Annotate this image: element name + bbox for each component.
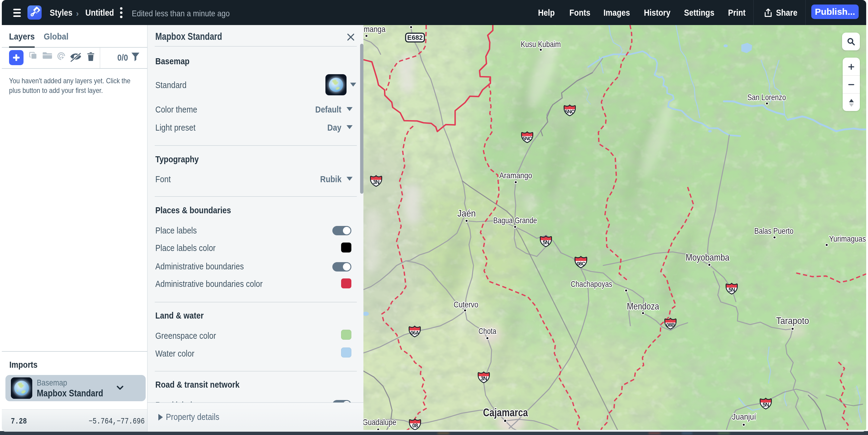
svg-text:Guadalupe: Guadalupe — [364, 417, 396, 427]
svg-text:08: 08 — [412, 423, 418, 429]
svg-text:06A: 06A — [410, 330, 419, 336]
svg-text:5N: 5N — [542, 240, 549, 246]
svg-text:Mendoza: Mendoza — [627, 301, 659, 312]
svg-text:Balas Puerto: Balas Puerto — [754, 226, 794, 236]
svg-text:08C: 08C — [577, 261, 585, 267]
svg-text:Chachapoyas: Chachapoyas — [570, 279, 612, 289]
svg-text:Cutervo: Cutervo — [454, 300, 478, 309]
svg-text:Cajamarca: Cajamarca — [483, 406, 528, 419]
svg-text:5NC: 5NC — [565, 109, 575, 115]
svg-text:08B: 08B — [666, 322, 675, 328]
svg-text:5N: 5N — [728, 287, 735, 293]
svg-text:Moyobamba: Moyobamba — [686, 252, 730, 263]
svg-text:5N: 5N — [763, 402, 769, 408]
svg-text:Bagua Grande: Bagua Grande — [493, 216, 537, 225]
svg-text:3N: 3N — [480, 376, 487, 382]
svg-text:Juanjuí: Juanjuí — [732, 412, 756, 422]
svg-text:5NC: 5NC — [522, 136, 532, 142]
svg-text:Kusu Kubaim: Kusu Kubaim — [521, 39, 561, 49]
svg-text:Jaén: Jaén — [458, 208, 476, 219]
svg-text:Chota: Chota — [478, 327, 496, 336]
svg-text:Tarapoto: Tarapoto — [776, 315, 809, 326]
svg-text:Aramango: Aramango — [499, 171, 532, 180]
svg-text:manga: manga — [364, 25, 385, 34]
svg-text:San Lorenzo: San Lorenzo — [747, 93, 786, 102]
svg-text:Yurimaguas: Yurimaguas — [829, 234, 866, 243]
svg-text:E682: E682 — [407, 34, 423, 41]
svg-text:3N: 3N — [373, 179, 379, 185]
